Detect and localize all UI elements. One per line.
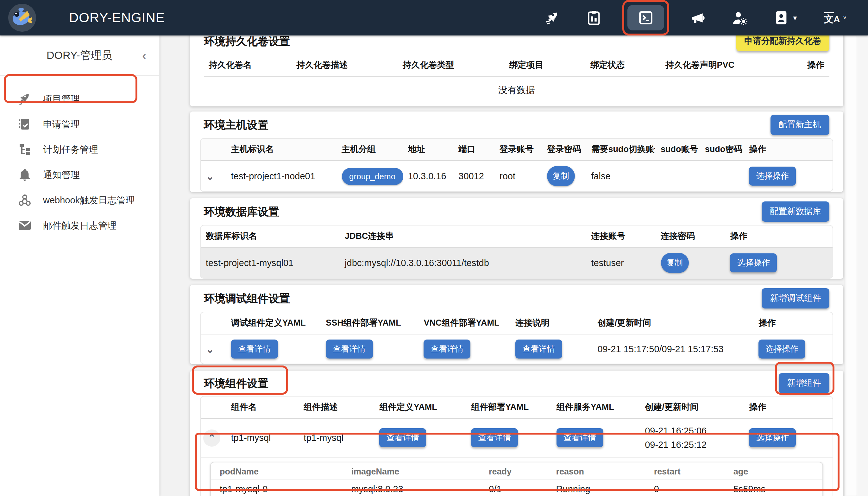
db-table: 数据库标识名 JDBC连接串 连接账号 连接密码 操作 test-project…	[200, 225, 833, 279]
projects-rocket-icon[interactable]	[545, 10, 560, 25]
comp-col-time: 创建/更新时间	[640, 397, 744, 418]
db-col-action: 操作	[725, 226, 833, 247]
bell-icon	[18, 168, 32, 182]
chevron-down-icon: ▼	[792, 14, 798, 21]
section-host: 环境主机设置 配置新主机 主机标识名 主机分组 地址 端口	[190, 111, 843, 192]
pv-col-project: 绑定项目	[504, 55, 585, 76]
section-title-debug: 环境调试组件设置	[204, 291, 290, 306]
debug-select-action-button[interactable]: 选择操作	[758, 340, 805, 358]
host-table: 主机标识名 主机分组 地址 端口 登录账号 登录密码 需要sudo切换账号 su…	[200, 138, 833, 192]
debug-view-vnc-yaml-button[interactable]: 查看详情	[424, 340, 471, 358]
app-header: DORY-ENGINE	[0, 0, 868, 35]
component-pod-panel: podName imageName ready reason restart a…	[201, 462, 833, 496]
sidebar-item-webhook-logs[interactable]: webhook触发日志管理	[0, 187, 159, 213]
app-title: DORY-ENGINE	[69, 10, 165, 25]
db-select-action-button[interactable]: 选择操作	[730, 253, 777, 273]
db-col-pwd: 连接密码	[656, 226, 725, 247]
pv-col-desc: 持久化卷描述	[292, 55, 398, 76]
screen: 环境持久化卷设置 申请分配新持久化卷 持久化卷名 持久化卷描述 持久化卷类型 绑…	[0, 0, 868, 496]
sidebar-menu: 项目管理 申请管理	[0, 76, 159, 238]
sidebar-item-label: 项目管理	[43, 93, 80, 105]
pod-col-imagename: imageName	[342, 462, 480, 480]
comp-view-deploy-yaml-button[interactable]: 查看详情	[471, 429, 518, 448]
pv-col-pvc: 持久化卷声明PVC	[660, 55, 767, 76]
add-debug-component-button[interactable]: 新增调试组件	[762, 288, 830, 309]
section-persistent-volume: 环境持久化卷设置 申请分配新持久化卷 持久化卷名 持久化卷描述 持久化卷类型 绑…	[190, 28, 843, 106]
sidebar-item-label: 计划任务管理	[43, 143, 98, 156]
debug-view-conn-desc-button[interactable]: 查看详情	[515, 340, 562, 358]
host-sudo-switch: false	[586, 160, 656, 191]
host-col-sudo-switch: 需要sudo切换账号	[586, 139, 656, 160]
host-col-action: 操作	[744, 139, 833, 160]
host-login-user: root	[495, 160, 542, 191]
profile-menu[interactable]: ▼	[773, 10, 798, 25]
terminal-icon	[637, 10, 654, 26]
pod-reason: Running	[547, 480, 645, 496]
user-settings-icon[interactable]	[732, 10, 748, 26]
pod-ready: 0/1	[480, 480, 547, 496]
sidebar-item-label: 邮件触发日志管理	[43, 219, 116, 232]
debug-time: 09-21 15:17:50/09-21 15:17:53	[592, 334, 753, 363]
db-jdbc: jdbc:mysql://10.3.0.16:30011/testdb	[340, 247, 586, 278]
comp-select-action-button[interactable]: 选择操作	[749, 429, 796, 448]
add-host-button[interactable]: 配置新主机	[770, 115, 830, 135]
announcement-icon[interactable]	[690, 10, 706, 26]
sidebar-item-label: webhook触发日志管理	[43, 194, 135, 206]
host-col-group: 主机分组	[337, 139, 403, 160]
comp-updated-time: 09-21 16:25:12	[645, 440, 707, 450]
db-copy-password-button[interactable]: 复制	[661, 253, 689, 273]
content-column: 环境持久化卷设置 申请分配新持久化卷 持久化卷名 持久化卷描述 持久化卷类型 绑…	[190, 28, 843, 496]
app-window: 环境持久化卷设置 申请分配新持久化卷 持久化卷名 持久化卷描述 持久化卷类型 绑…	[0, 0, 868, 496]
comp-desc: tp1-mysql	[299, 418, 374, 458]
pv-col-type: 持久化卷类型	[398, 55, 504, 76]
add-database-button[interactable]: 配置新数据库	[762, 201, 830, 222]
sidebar-item-label: 申请管理	[43, 118, 80, 130]
host-col-sudo-pwd: sudo密码	[700, 139, 744, 160]
terminal-button[interactable]	[627, 5, 664, 30]
task-board-icon[interactable]	[586, 10, 601, 25]
language-menu[interactable]: 文A ˅	[824, 12, 847, 24]
sidebar-item-notification-management[interactable]: 通知管理	[0, 162, 159, 187]
host-col-sudo-user: sudo账号	[656, 139, 700, 160]
vertical-scrollbar[interactable]	[845, 35, 857, 496]
section-database: 环境数据库设置 配置新数据库 数据库标识名 JDBC连接串 连接账号 连接密码 …	[190, 198, 843, 279]
host-row-expand-icon[interactable]: ⌄	[206, 170, 214, 182]
profile-badge-icon	[773, 10, 789, 25]
debug-row-expand-icon[interactable]: ⌄	[206, 343, 214, 355]
comp-view-def-yaml-button[interactable]: 查看详情	[380, 429, 427, 448]
add-component-button[interactable]: 新增组件	[779, 373, 830, 393]
host-col-name: 主机标识名	[226, 139, 337, 160]
comp-name: tp1-mysql	[226, 418, 299, 458]
pod-table-card: podName imageName ready reason restart a…	[210, 462, 823, 496]
debug-view-ssh-yaml-button[interactable]: 查看详情	[326, 340, 373, 358]
sidebar-title: DORY-管理员	[47, 48, 112, 63]
debug-view-def-yaml-button[interactable]: 查看详情	[231, 340, 278, 358]
comp-view-svc-yaml-button[interactable]: 查看详情	[557, 429, 604, 448]
host-select-action-button[interactable]: 选择操作	[749, 167, 796, 186]
sidebar-collapse-icon[interactable]: ‹	[142, 49, 146, 61]
debug-col-time: 创建/更新时间	[592, 312, 753, 334]
db-col-jdbc: JDBC连接串	[340, 226, 586, 247]
pod-image: mysql:8.0.23	[342, 480, 480, 496]
sidebar-item-email-logs[interactable]: 邮件触发日志管理	[0, 213, 159, 238]
section-title-component: 环境组件设置	[204, 376, 269, 390]
sidebar-item-request-management[interactable]: 申请管理	[0, 111, 159, 137]
sidebar: DORY-管理员 ‹ 项目管理	[0, 35, 160, 496]
host-copy-password-button[interactable]: 复制	[547, 166, 575, 186]
mail-icon	[18, 219, 32, 232]
comp-col-desc: 组件描述	[299, 397, 374, 418]
host-sudo-user	[656, 160, 700, 191]
sidebar-item-project-management[interactable]: 项目管理	[0, 86, 159, 111]
component-table: 组件名 组件描述 组件定义YAML 组件部署YAML 组件服务YAML 创建/更…	[200, 396, 833, 496]
db-col-user: 连接账号	[586, 226, 656, 247]
db-name: test-project1-mysql01	[201, 247, 340, 278]
pod-col-restart: restart	[645, 462, 725, 480]
host-sudo-pwd	[700, 160, 744, 191]
pv-col-name: 持久化卷名	[204, 55, 292, 76]
dory-logo[interactable]	[8, 4, 36, 32]
db-col-name: 数据库标识名	[201, 226, 340, 247]
debug-col-ssh-yaml: SSH组件部署YAML	[321, 312, 418, 334]
sidebar-item-scheduled-tasks[interactable]: 计划任务管理	[0, 137, 159, 162]
pod-name: tp1-mysql-0	[211, 480, 342, 496]
component-row-collapse-button[interactable]: ⌃	[203, 430, 220, 447]
